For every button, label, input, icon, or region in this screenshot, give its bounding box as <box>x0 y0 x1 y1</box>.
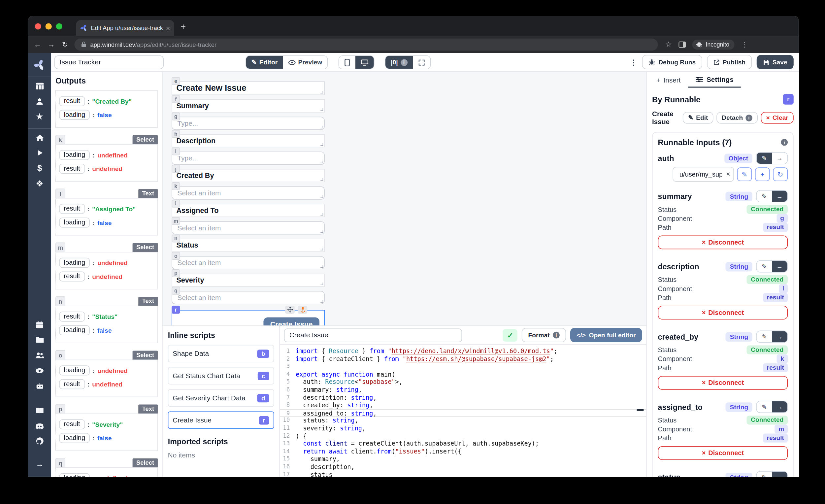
clear-button[interactable]: ×Clear <box>761 112 794 124</box>
tab-insert[interactable]: +Insert <box>649 72 688 88</box>
canvas-component-n[interactable]: nStatus <box>172 239 325 252</box>
clear-x-icon[interactable]: × <box>726 170 730 178</box>
arrow-right-icon[interactable]: → <box>772 152 787 164</box>
publish-button[interactable]: Publish <box>707 55 752 69</box>
resize-corner[interactable] <box>320 300 323 303</box>
select-placeholder[interactable]: Select an item <box>172 187 324 199</box>
editor-tab[interactable]: ✎Editor <box>246 56 283 69</box>
canvas-component-l[interactable]: lAssigned To <box>172 204 325 217</box>
disconnect-button[interactable]: ×Disconnect <box>658 236 788 249</box>
inline-script-item[interactable]: Get Severity Chart Datad <box>168 389 274 407</box>
output-key-pill[interactable]: loading <box>59 218 90 227</box>
apps-grid-icon[interactable] <box>31 78 49 93</box>
create-issue-button[interactable]: Create Issue <box>264 317 319 326</box>
resize-corner[interactable] <box>320 195 323 198</box>
tab-settings[interactable]: Settings <box>688 72 741 88</box>
select-placeholder[interactable]: Select an item <box>172 257 324 269</box>
arrow-right-icon[interactable]: → <box>772 261 787 272</box>
select-placeholder[interactable]: Select an item <box>172 291 324 304</box>
disconnect-button[interactable]: ×Disconnect <box>658 306 788 319</box>
output-key-pill[interactable]: result <box>59 164 85 173</box>
resources-cubes-icon[interactable]: ❖ <box>31 176 49 191</box>
inline-script-item[interactable]: Shape Datab <box>168 345 274 362</box>
disconnect-button[interactable]: ×Disconnect <box>658 446 788 460</box>
mobile-view-button[interactable] <box>339 56 355 69</box>
output-key-pill[interactable]: result <box>59 96 85 106</box>
edit-button[interactable]: ✎Edit <box>683 112 713 124</box>
minimize-window-button[interactable] <box>46 23 52 29</box>
collapse-arrow-icon[interactable]: → <box>31 456 49 471</box>
zoom-window-button[interactable] <box>56 23 62 29</box>
back-icon[interactable]: ← <box>33 40 42 49</box>
code-area[interactable]: 1import { Resource } from "https://deno.… <box>280 345 646 477</box>
canvas-component-p[interactable]: pSeverity <box>172 274 325 287</box>
canvas-component-f[interactable]: fSummary <box>172 99 325 113</box>
script-name-input[interactable] <box>284 328 462 342</box>
debug-runs-button[interactable]: Debug Runs <box>642 55 702 69</box>
resize-corner[interactable] <box>320 247 323 250</box>
format-button[interactable]: Formati <box>522 328 566 342</box>
new-tab-button[interactable]: + <box>180 22 186 32</box>
windmill-logo-icon[interactable] <box>31 57 49 72</box>
reload-icon[interactable]: ↻ <box>61 40 69 49</box>
resize-corner[interactable] <box>320 230 323 233</box>
output-key-pill[interactable]: result <box>59 379 85 389</box>
open-full-editor-button[interactable]: </>Open full editor <box>570 328 642 342</box>
pencil-icon[interactable]: ✎ <box>757 152 772 164</box>
star-icon[interactable]: ★ <box>31 109 49 124</box>
canvas-component-i[interactable]: iType... <box>172 151 325 165</box>
workers-users-icon[interactable] <box>31 348 49 363</box>
canvas-component-r[interactable]: rCreate Issue <box>172 310 325 325</box>
inline-script-item[interactable]: Create Issuer <box>168 411 274 429</box>
github-icon[interactable] <box>31 434 49 449</box>
output-key-pill[interactable]: loading <box>59 473 90 477</box>
app-name-input[interactable] <box>55 55 164 69</box>
output-key-pill[interactable]: loading <box>59 150 90 160</box>
output-key-pill[interactable]: result <box>59 419 85 429</box>
resize-corner[interactable] <box>320 143 323 146</box>
output-key-pill[interactable]: result <box>59 311 85 321</box>
inline-script-item[interactable]: Get Status Chart Datac <box>168 367 274 384</box>
arrow-right-icon[interactable]: → <box>772 331 787 342</box>
fullscreen-icon[interactable] <box>412 56 430 69</box>
canvas-component-g[interactable]: gType... <box>172 117 325 130</box>
schedules-calendar-icon[interactable] <box>31 317 49 332</box>
detach-button[interactable]: Detachi <box>717 112 758 124</box>
arrow-right-icon[interactable]: → <box>772 472 787 477</box>
move-handle-icon[interactable] <box>285 306 295 313</box>
canvas-component-k[interactable]: kSelect an item <box>172 187 325 200</box>
arrow-right-icon[interactable]: → <box>772 401 787 413</box>
anchor-icon[interactable] <box>298 306 307 313</box>
pencil-icon[interactable]: ✎ <box>757 401 772 413</box>
pencil-icon[interactable]: ✎ <box>757 331 772 342</box>
bookmark-star-icon[interactable]: ☆ <box>665 40 672 49</box>
edit-resource-pencil-icon[interactable]: ✎ <box>737 167 752 181</box>
audit-eye-icon[interactable] <box>31 363 49 378</box>
browser-menu-icon[interactable]: ⋮ <box>741 40 748 48</box>
tab-close-icon[interactable]: × <box>166 24 170 32</box>
pencil-icon[interactable]: ✎ <box>757 472 772 477</box>
output-key-pill[interactable]: loading <box>59 365 90 375</box>
canvas-component-q[interactable]: qSelect an item <box>172 291 325 304</box>
folders-icon[interactable] <box>31 332 49 347</box>
preview-tab[interactable]: Preview <box>283 56 327 69</box>
canvas-component-j[interactable]: jCreated By <box>172 169 325 182</box>
canvas-component-e[interactable]: eCreate New Issue <box>172 81 325 95</box>
output-key-pill[interactable]: loading <box>59 110 90 120</box>
pencil-icon[interactable]: ✎ <box>757 191 772 202</box>
text-input-placeholder[interactable]: Type... <box>172 117 324 129</box>
json-outputs-button[interactable]: |0|i <box>385 56 412 69</box>
home-icon[interactable] <box>31 130 49 145</box>
resize-corner[interactable] <box>320 91 323 93</box>
window-controls[interactable] <box>35 23 62 29</box>
add-resource-plus-icon[interactable]: + <box>755 167 770 181</box>
canvas-component-m[interactable]: mSelect an item <box>172 221 325 234</box>
output-key-pill[interactable]: result <box>59 204 85 214</box>
incognito-badge[interactable]: Incognito <box>692 39 735 49</box>
output-key-pill[interactable]: loading <box>59 258 90 268</box>
resize-corner[interactable] <box>320 160 323 163</box>
arrow-right-icon[interactable]: → <box>772 191 787 202</box>
worker-groups-robot-icon[interactable] <box>31 378 49 393</box>
refresh-icon[interactable]: ↻ <box>773 167 788 181</box>
canvas-component-h[interactable]: hDescription <box>172 134 325 147</box>
